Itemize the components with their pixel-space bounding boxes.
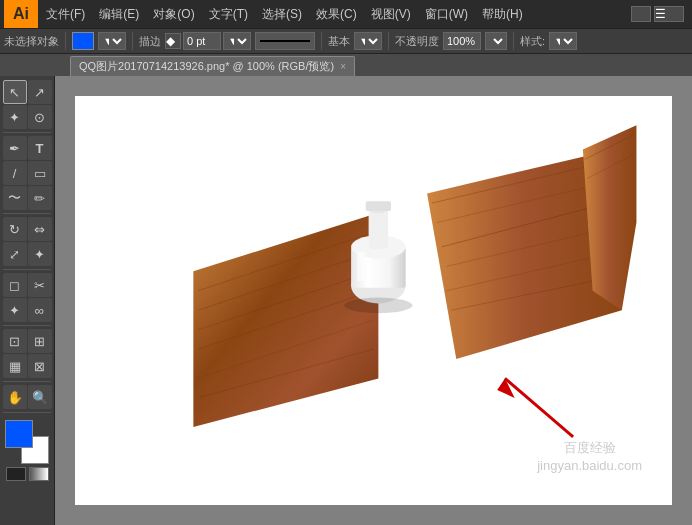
canvas-background: 百度经验 jingyan.baidu.com [75,96,672,505]
type-tool[interactable]: T [28,136,52,160]
tool-row-1: ↖ ↗ [3,80,52,104]
eraser-tool[interactable]: ◻ [3,273,27,297]
svg-line-25 [505,378,573,436]
menu-file[interactable]: 文件(F) [40,4,91,25]
stroke-icon[interactable]: ◆ [165,33,181,49]
line-tool[interactable]: / [3,161,27,185]
tool-separator-5 [3,381,51,382]
direct-select-tool[interactable]: ↗ [28,80,52,104]
menu-select[interactable]: 选择(S) [256,4,308,25]
svg-rect-22 [366,201,391,211]
separator-4 [388,32,389,50]
arrange-icon[interactable]: ☰ [654,6,684,22]
tool-row-10: ⊡ ⊞ [3,329,52,353]
menu-help[interactable]: 帮助(H) [476,4,529,25]
separator-2 [132,32,133,50]
scale-tool[interactable]: ⤢ [3,242,27,266]
svg-point-24 [344,298,412,314]
mesh-tool[interactable]: ⊠ [28,354,52,378]
stroke-value-input[interactable] [183,32,221,50]
tool-separator-6 [3,412,51,413]
fill-options: ▼ [98,32,126,50]
tab-close-btn[interactable]: × [340,61,346,72]
options-bar: 未选择对象 ▼ 描边 ◆ ▼ 基本 ▼ 不透明度 ▼ 样式: ▼ [0,28,692,54]
fill-select[interactable]: ▼ [98,32,126,50]
menu-view[interactable]: 视图(V) [365,4,417,25]
select-tool[interactable]: ↖ [3,80,27,104]
separator-1 [65,32,66,50]
tool-row-12: ✋ 🔍 [3,385,52,409]
document-tab[interactable]: QQ图片20170714213926.png* @ 100% (RGB/预览) … [70,56,355,76]
swap-colors-btn[interactable] [29,467,49,481]
artwork-svg [75,96,672,505]
tool-row-4: / ▭ [3,161,52,185]
tool-row-11: ▦ ⊠ [3,354,52,378]
tool-row-5: 〜 ✏ [3,186,52,210]
menu-bar: Ai 文件(F) 编辑(E) 对象(O) 文字(T) 选择(S) 效果(C) 视… [0,0,692,28]
svg-marker-26 [497,378,515,397]
svg-rect-23 [357,252,365,281]
separator-5 [513,32,514,50]
rect-tool[interactable]: ▭ [28,161,52,185]
color-controls [6,467,49,481]
hand-tool[interactable]: ✋ [3,385,27,409]
tool-separator-4 [3,325,51,326]
tool-row-6: ↻ ⇔ [3,217,52,241]
menu-effect[interactable]: 效果(C) [310,4,363,25]
fill-color-swatch[interactable] [72,32,94,50]
style-label: 样式: [520,34,545,49]
magic-wand-tool[interactable]: ✦ [3,105,27,129]
menu-edit[interactable]: 编辑(E) [93,4,145,25]
tool-row-9: ✦ ∞ [3,298,52,322]
tool-row-3: ✒ T [3,136,52,160]
gradient-tool[interactable]: ▦ [3,354,27,378]
opacity-input[interactable] [443,32,481,50]
tab-title: QQ图片20170714213926.png* @ 100% (RGB/预览) [79,59,334,74]
zoom-tool[interactable]: 🔍 [28,385,52,409]
menu-window[interactable]: 窗口(W) [419,4,474,25]
tool-separator-1 [3,132,51,133]
svg-rect-20 [369,208,388,249]
menu-object[interactable]: 对象(O) [147,4,200,25]
lasso-tool[interactable]: ⊙ [28,105,52,129]
stroke-unit-select[interactable]: ▼ [223,32,251,50]
pencil-tool[interactable]: ✏ [28,186,52,210]
stroke-label: 描边 [139,34,161,49]
opacity-label: 不透明度 [395,34,439,49]
workspace-icon[interactable] [631,6,651,22]
blend-tool[interactable]: ∞ [28,298,52,322]
graph-tool[interactable]: ⊞ [28,329,52,353]
brush-tool[interactable]: 〜 [3,186,27,210]
foreground-color-swatch[interactable] [5,420,33,448]
toolbar: ↖ ↗ ✦ ⊙ ✒ T / ▭ 〜 ✏ ↻ ⇔ ⤢ [0,76,55,525]
opacity-unit-select[interactable]: ▼ [485,32,507,50]
reflect-tool[interactable]: ⇔ [28,217,52,241]
tool-row-7: ⤢ ✦ [3,242,52,266]
basic-select[interactable]: ▼ [354,32,382,50]
default-colors-btn[interactable] [6,467,26,481]
separator-3 [321,32,322,50]
color-swatches-group [5,420,49,464]
tool-row-8: ◻ ✂ [3,273,52,297]
main-area: ↖ ↗ ✦ ⊙ ✒ T / ▭ 〜 ✏ ↻ ⇔ ⤢ [0,76,692,525]
canvas-area: 百度经验 jingyan.baidu.com [55,76,692,525]
menu-type[interactable]: 文字(T) [203,4,254,25]
basic-label: 基本 [328,34,350,49]
pen-tool[interactable]: ✒ [3,136,27,160]
stroke-preview [255,32,315,50]
rotate-tool[interactable]: ↻ [3,217,27,241]
tool-separator-2 [3,213,51,214]
chart-tool[interactable]: ⊡ [3,329,27,353]
tool-row-2: ✦ ⊙ [3,105,52,129]
style-select[interactable]: ▼ [549,32,577,50]
select-label: 未选择对象 [4,34,59,49]
app-logo: Ai [4,0,38,28]
scissors-tool[interactable]: ✂ [28,273,52,297]
tool-separator-3 [3,269,51,270]
eyedropper-tool[interactable]: ✦ [3,298,27,322]
warp-tool[interactable]: ✦ [28,242,52,266]
tab-bar: QQ图片20170714213926.png* @ 100% (RGB/预览) … [0,54,692,76]
